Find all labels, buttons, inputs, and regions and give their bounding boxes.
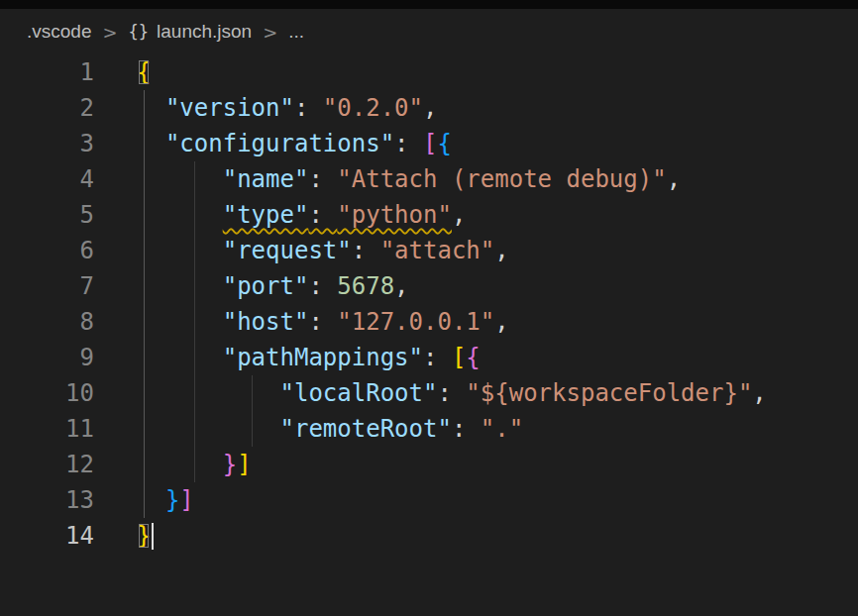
code-token: "Attach (remote debug)" [337, 165, 666, 193]
code-line[interactable]: 1{ [0, 54, 858, 90]
code-text: "name": "Attach (remote debug)", [94, 161, 681, 197]
code-line[interactable]: 11 "remoteRoot": "." [0, 411, 858, 447]
code-token: "${workspaceFolder}" [466, 379, 752, 407]
code-token: , [494, 308, 508, 336]
code-token: : [452, 415, 481, 443]
code-line[interactable]: 7 "port": 5678, [0, 268, 858, 304]
window-top-edge [0, 0, 858, 9]
code-text: }] [94, 447, 252, 482]
line-number[interactable]: 5 [0, 197, 94, 233]
line-number[interactable]: 9 [0, 340, 94, 375]
code-token: : [423, 344, 452, 371]
code-line[interactable]: 14} [0, 518, 858, 554]
code-token: "port" [223, 272, 309, 300]
line-number[interactable]: 10 [0, 375, 94, 411]
line-number[interactable]: 1 [0, 54, 94, 90]
code-text: "configurations": [{ [94, 126, 452, 161]
code-token: : [394, 130, 423, 157]
code-token [137, 130, 165, 157]
chevron-right-icon: > [263, 22, 277, 43]
code-token: "localRoot" [280, 379, 438, 407]
breadcrumb-folder[interactable]: .vscode [27, 21, 91, 43]
line-number[interactable]: 13 [0, 482, 94, 518]
breadcrumb: .vscode > {} launch.json > ... [0, 9, 858, 54]
code-lines: 1{2 "version": "0.2.0",3 "configurations… [0, 54, 858, 554]
code-token: : [308, 308, 337, 336]
matched-bracket: { [137, 58, 151, 86]
code-text: "type": "python", [94, 197, 466, 233]
code-line[interactable]: 12 }] [0, 447, 858, 482]
code-token [137, 272, 223, 300]
matched-bracket: } [137, 522, 151, 550]
code-token: } [223, 451, 237, 478]
code-token [137, 344, 223, 371]
code-token: "0.2.0" [323, 94, 423, 122]
code-token [137, 486, 165, 514]
code-token: "attach" [380, 237, 495, 264]
code-token: [ [452, 344, 466, 371]
line-number[interactable]: 12 [0, 447, 94, 482]
code-token: { [466, 344, 480, 371]
code-token: ] [237, 451, 251, 478]
code-text: "request": "attach", [94, 233, 509, 268]
code-line[interactable]: 13 }] [0, 482, 858, 518]
code-token: [ [423, 130, 437, 157]
code-token: , [394, 272, 408, 300]
code-text: { [94, 54, 151, 90]
code-token: "type" [223, 201, 309, 229]
line-number[interactable]: 8 [0, 304, 94, 340]
code-token [137, 308, 223, 336]
code-line[interactable]: 9 "pathMappings": [{ [0, 340, 858, 375]
code-token: "pathMappings" [223, 344, 423, 371]
code-token [137, 237, 223, 264]
code-token: "request" [223, 237, 352, 264]
code-token: "version" [165, 94, 294, 122]
breadcrumb-symbol[interactable]: ... [288, 21, 304, 43]
code-text: "remoteRoot": "." [94, 411, 523, 447]
code-token [137, 451, 223, 478]
line-number[interactable]: 2 [0, 90, 94, 126]
code-token: : [352, 237, 380, 264]
line-number[interactable]: 6 [0, 233, 94, 268]
code-text: }] [94, 482, 194, 518]
line-number[interactable]: 3 [0, 126, 94, 161]
breadcrumb-file[interactable]: {} launch.json [129, 21, 253, 43]
code-token: : [437, 379, 466, 407]
code-text: } [94, 518, 154, 554]
code-text: "pathMappings": [{ [94, 340, 481, 375]
chevron-right-icon: > [102, 22, 117, 43]
code-token: "name" [223, 165, 309, 193]
code-line[interactable]: 8 "host": "127.0.0.1", [0, 304, 858, 340]
code-token: "host" [223, 308, 309, 336]
code-line[interactable]: 10 "localRoot": "${workspaceFolder}", [0, 375, 858, 411]
code-token: 5678 [337, 272, 394, 300]
code-token: "remoteRoot" [280, 415, 452, 443]
code-line[interactable]: 6 "request": "attach", [0, 233, 858, 268]
code-text: "host": "127.0.0.1", [94, 304, 509, 340]
code-text: "version": "0.2.0", [94, 90, 437, 126]
code-token: , [494, 237, 508, 264]
code-line[interactable]: 2 "version": "0.2.0", [0, 90, 858, 126]
code-text: "port": 5678, [94, 268, 409, 304]
line-number[interactable]: 7 [0, 268, 94, 304]
code-token: : [308, 272, 337, 300]
code-line[interactable]: 4 "name": "Attach (remote debug)", [0, 161, 858, 197]
code-token [137, 415, 280, 443]
code-line[interactable]: 3 "configurations": [{ [0, 126, 858, 161]
code-token: "127.0.0.1" [337, 308, 494, 336]
line-number[interactable]: 4 [0, 161, 94, 197]
code-token: : [308, 165, 337, 193]
code-token [137, 201, 223, 229]
code-token [137, 379, 280, 407]
editor[interactable]: 1{2 "version": "0.2.0",3 "configurations… [0, 54, 858, 554]
line-number[interactable]: 11 [0, 411, 94, 447]
code-token: , [423, 94, 437, 122]
code-text: "localRoot": "${workspaceFolder}", [94, 375, 767, 411]
code-token [137, 165, 223, 193]
code-token: , [667, 165, 681, 193]
code-token: , [452, 201, 466, 229]
code-token: { [437, 130, 451, 157]
code-token: , [752, 379, 766, 407]
code-line[interactable]: 5 "type": "python", [0, 197, 858, 233]
line-number[interactable]: 14 [0, 518, 94, 554]
